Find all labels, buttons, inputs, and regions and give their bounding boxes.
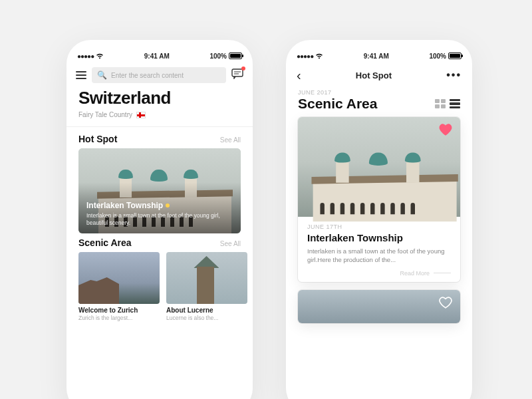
- signal-dots-icon: ●●●●●: [77, 53, 94, 60]
- list-view-button[interactable]: [450, 99, 460, 108]
- menu-button[interactable]: [76, 71, 86, 79]
- nav-title: Hot Spot: [356, 70, 392, 80]
- card-title: Interlaken Township: [307, 232, 451, 243]
- page-title: Scenic Area: [298, 96, 377, 112]
- scenic-cards-row[interactable]: Welcome to Zurich Zurich is the largest.…: [66, 252, 253, 321]
- card-image: [166, 252, 247, 304]
- favorite-button[interactable]: [439, 297, 452, 311]
- card-desc: Interlaken is a small town at the foot o…: [307, 247, 451, 265]
- wifi-icon: [315, 53, 323, 59]
- signal-dots-icon: ●●●●●: [297, 53, 313, 60]
- card-desc: Lucerne is also the...: [166, 315, 247, 321]
- page-title: Switzerland: [78, 88, 241, 108]
- battery-icon: [229, 53, 242, 59]
- card-date: JUNE 17TH: [307, 223, 451, 230]
- see-all-link[interactable]: See All: [220, 136, 241, 144]
- card-image: [298, 290, 460, 323]
- favorite-button[interactable]: [439, 124, 452, 138]
- status-time: 9:41 AM: [364, 53, 389, 60]
- page-subtitle: Fairy Tale Country: [78, 111, 132, 118]
- hero-title: Interlaken Township: [86, 201, 163, 210]
- card-image: [298, 117, 460, 217]
- status-battery-pct: 100%: [209, 53, 227, 60]
- search-placeholder: Enter the search content: [111, 72, 184, 79]
- phone-frame-left: ●●●●● 9:41 AM 100% 🔍 Enter the search co…: [66, 40, 253, 399]
- header-block: Switzerland Fairy Tale Country: [66, 86, 253, 124]
- back-button[interactable]: ‹: [297, 68, 301, 83]
- phone-frame-right: ●●●●● 9:41 AM 100% ‹ Hot Spot ••• JUNE 2…: [286, 40, 472, 399]
- month-label: JUNE 2017: [286, 86, 472, 96]
- section-header-scenic: Scenic Area See All: [66, 233, 253, 252]
- hero-desc: Interlaken is a small town at the foot o…: [86, 212, 233, 227]
- card-desc: Zurich is the largest...: [78, 315, 160, 321]
- card-image: [78, 252, 160, 304]
- location-pin-icon: [166, 203, 170, 207]
- more-button[interactable]: •••: [446, 69, 462, 81]
- messages-button[interactable]: [231, 68, 243, 82]
- search-input[interactable]: 🔍 Enter the search content: [92, 67, 226, 83]
- article-card[interactable]: JUNE 17TH Interlaken Township Interlaken…: [298, 117, 460, 282]
- section-title: Hot Spot: [78, 134, 117, 144]
- top-nav: 🔍 Enter the search content: [66, 64, 253, 86]
- wifi-icon: [96, 53, 104, 59]
- battery-icon: [448, 53, 462, 59]
- grid-view-button[interactable]: [435, 99, 446, 108]
- view-toggle: [435, 99, 460, 108]
- scenic-card[interactable]: About Lucerne Lucerne is also the...: [166, 252, 247, 321]
- section-title: Scenic Area: [78, 237, 132, 248]
- card-title: About Lucerne: [166, 307, 247, 314]
- status-time: 9:41 AM: [144, 53, 170, 60]
- hotspot-hero-card[interactable]: Interlaken Township Interlaken is a smal…: [78, 148, 241, 233]
- svg-rect-0: [232, 69, 243, 76]
- top-nav: ‹ Hot Spot •••: [286, 64, 472, 86]
- article-card[interactable]: [298, 290, 460, 323]
- divider: [66, 126, 253, 127]
- search-icon: 🔍: [97, 70, 107, 80]
- notification-badge: [241, 66, 245, 70]
- card-title: Welcome to Zurich: [78, 307, 160, 314]
- flag-icon: [136, 112, 146, 118]
- read-more-link[interactable]: Read More: [307, 270, 451, 277]
- section-header-hotspot: Hot Spot See All: [66, 130, 253, 148]
- status-bar: ●●●●● 9:41 AM 100%: [286, 48, 472, 64]
- see-all-link[interactable]: See All: [220, 240, 241, 247]
- status-battery-pct: 100%: [429, 53, 446, 60]
- status-bar: ●●●●● 9:41 AM 100%: [66, 48, 253, 64]
- scenic-card[interactable]: Welcome to Zurich Zurich is the largest.…: [78, 252, 160, 321]
